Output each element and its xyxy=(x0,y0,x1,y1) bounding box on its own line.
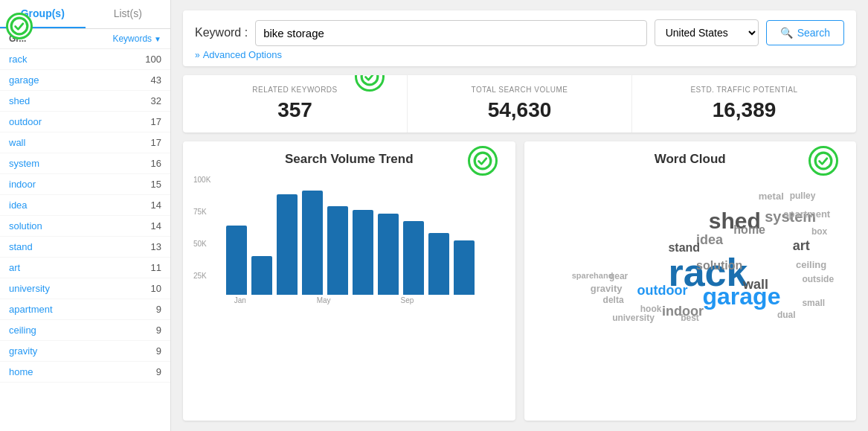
list-item[interactable]: indoor15 xyxy=(0,174,170,195)
list-item[interactable]: rack100 xyxy=(0,49,170,70)
list-item[interactable]: garage43 xyxy=(0,70,170,91)
keyword-list: rack100garage43shed32outdoor17wall17syst… xyxy=(0,49,170,431)
x-axis-label: May xyxy=(309,296,337,304)
bar-col xyxy=(353,210,373,295)
stats-row: RELATED KEYWORDS 357 TOTAL SEARCH VOLUME… xyxy=(183,75,856,133)
check-icon-related xyxy=(355,75,385,92)
y-axis: 100K75K50K25K xyxy=(193,176,210,295)
y-axis-label: 50K xyxy=(193,240,210,248)
list-item[interactable]: ceiling9 xyxy=(0,320,170,341)
list-item[interactable]: university10 xyxy=(0,278,170,299)
left-panel: Group(s) List(s) Gr... Keywords ▼ rack10… xyxy=(0,0,171,431)
check-icon-groups xyxy=(6,13,33,39)
country-select[interactable]: United States xyxy=(655,19,759,46)
bar xyxy=(378,214,399,295)
x-axis-label xyxy=(338,296,365,304)
bar-col xyxy=(277,194,298,295)
bar-col xyxy=(454,240,475,295)
bar xyxy=(327,206,348,295)
bar-col xyxy=(327,206,348,295)
y-axis-label: 75K xyxy=(193,208,210,216)
column-headers: Gr... Keywords ▼ xyxy=(0,29,170,49)
bars-container xyxy=(193,176,505,295)
word-cloud-word: outside xyxy=(802,274,834,284)
word-cloud-word: delta xyxy=(603,295,624,305)
stat-traffic: ESTD. TRAFFIC POTENTIAL 16,389 xyxy=(632,75,856,133)
keyword-label: Keyword : xyxy=(195,26,248,39)
bar-col xyxy=(251,256,272,295)
main-area: Keyword : United States 🔍 Search » Advan… xyxy=(171,0,868,431)
list-item[interactable]: outdoor17 xyxy=(0,112,170,133)
volume-chart-title: Search Volume Trend xyxy=(285,152,414,167)
x-axis-label: Sep xyxy=(393,296,421,304)
word-cloud-word: apartment xyxy=(783,208,830,220)
word-cloud-word: home xyxy=(733,223,765,237)
traffic-label: ESTD. TRAFFIC POTENTIAL xyxy=(640,86,849,94)
total-search-value: 54,630 xyxy=(415,98,624,122)
word-cloud-word: pulley xyxy=(790,191,816,201)
search-button[interactable]: 🔍 Search xyxy=(766,20,844,45)
list-item[interactable]: gravity9 xyxy=(0,341,170,362)
bar xyxy=(353,210,373,295)
word-cloud-word: idea xyxy=(696,232,723,248)
word-cloud-word: art xyxy=(793,238,810,254)
tab-lists[interactable]: List(s) xyxy=(86,0,171,28)
x-axis-label xyxy=(254,296,281,304)
word-cloud-word: sparehand xyxy=(572,271,614,280)
y-axis-label: 100K xyxy=(193,176,210,184)
chevron-right-icon: » xyxy=(195,50,200,60)
word-cloud-word: best xyxy=(681,313,699,323)
search-icon: 🔍 xyxy=(780,27,793,39)
list-item[interactable]: art11 xyxy=(0,258,170,278)
x-axis-label xyxy=(282,296,309,304)
word-cloud-word: solution xyxy=(696,259,742,272)
word-cloud-word: outdoor xyxy=(637,283,688,298)
list-item[interactable]: system16 xyxy=(0,153,170,174)
bar xyxy=(403,221,424,295)
search-card: Keyword : United States 🔍 Search » Advan… xyxy=(183,10,856,66)
word-cloud-word: gear xyxy=(609,271,628,281)
wordcloud-box: Word Cloud rackgarageshedoutdoorindoorsy… xyxy=(524,141,857,421)
svg-point-0 xyxy=(11,18,28,34)
list-item[interactable]: shed32 xyxy=(0,91,170,112)
bar xyxy=(226,226,247,295)
word-cloud-word: garage xyxy=(702,283,780,310)
volume-chart-box: Search Volume Trend 100K75K50K25K JanMay… xyxy=(183,141,515,421)
x-axis-label: Jan xyxy=(226,296,254,304)
word-cloud-word: box xyxy=(811,226,827,237)
keyword-input[interactable] xyxy=(255,20,647,46)
bar-col xyxy=(226,226,247,295)
list-item[interactable]: wall17 xyxy=(0,133,170,153)
word-cloud-word: wall xyxy=(743,277,768,293)
x-axis-label xyxy=(365,296,393,304)
search-row: Keyword : United States 🔍 Search xyxy=(195,19,844,46)
list-item[interactable]: apartment9 xyxy=(0,299,170,320)
bar xyxy=(302,191,323,295)
charts-row: Search Volume Trend 100K75K50K25K JanMay… xyxy=(183,141,856,421)
word-cloud-word: small xyxy=(802,298,825,308)
bar xyxy=(454,240,475,295)
list-item[interactable]: home9 xyxy=(0,362,170,383)
check-icon-wordcloud xyxy=(808,146,838,176)
svg-point-2 xyxy=(475,153,491,169)
x-axis-label xyxy=(421,296,449,304)
advanced-options-link[interactable]: » Advanced Options xyxy=(195,46,844,60)
word-cloud-word: metal xyxy=(759,191,784,202)
bar xyxy=(277,194,298,295)
total-search-label: TOTAL SEARCH VOLUME xyxy=(415,86,624,94)
check-icon-volume xyxy=(468,146,498,176)
bar-col xyxy=(302,191,323,295)
x-axis-label xyxy=(477,296,504,304)
list-item[interactable]: solution14 xyxy=(0,216,170,237)
bar-col xyxy=(378,214,399,295)
x-axis: JanMaySep xyxy=(193,296,505,304)
list-item[interactable]: stand13 xyxy=(0,237,170,258)
traffic-value: 16,389 xyxy=(640,98,849,122)
bar-col xyxy=(403,221,424,295)
list-item[interactable]: idea14 xyxy=(0,195,170,216)
keywords-col-header: Keywords ▼ xyxy=(112,33,161,44)
word-cloud-word: gravity xyxy=(591,283,623,294)
stat-total-search: TOTAL SEARCH VOLUME 54,630 xyxy=(408,75,632,133)
bar xyxy=(251,256,272,295)
bar-col xyxy=(428,233,449,295)
